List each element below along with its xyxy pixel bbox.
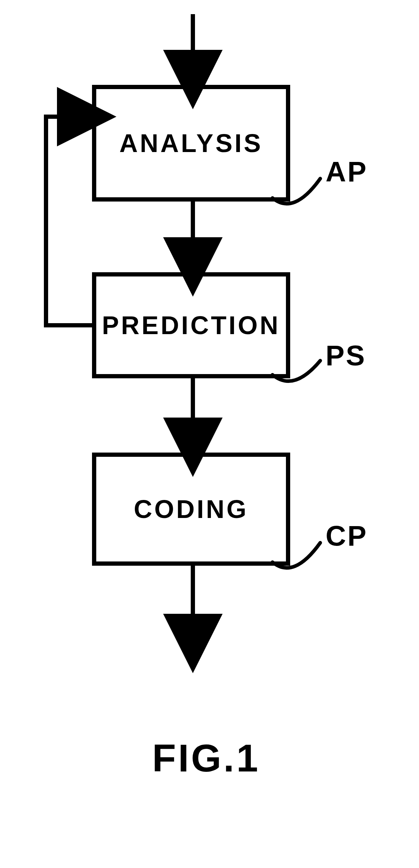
prediction-label: PREDICTION (102, 311, 280, 340)
analysis-tag: AP (326, 156, 368, 188)
coding-tag: CP (326, 520, 368, 552)
prediction-block: PREDICTION (92, 272, 290, 378)
analysis-label: ANALYSIS (119, 129, 263, 158)
prediction-tag: PS (326, 339, 366, 372)
coding-label: CODING (134, 495, 248, 524)
figure-caption: FIG.1 (152, 735, 260, 780)
feedback-loop (46, 117, 92, 325)
coding-block: CODING (92, 453, 290, 566)
analysis-block: ANALYSIS (92, 85, 290, 202)
diagram-canvas: ANALYSIS PREDICTION CODING AP PS CP FIG.… (0, 0, 419, 868)
